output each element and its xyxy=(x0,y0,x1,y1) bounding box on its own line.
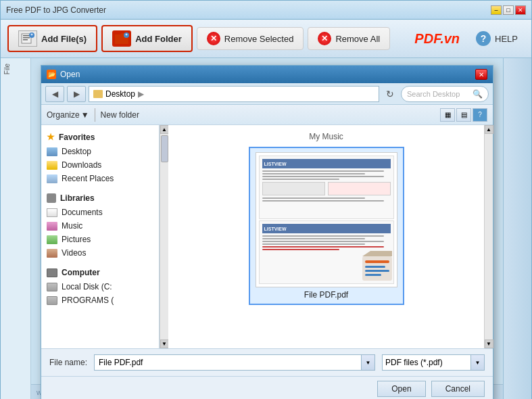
open-button[interactable]: Open xyxy=(377,381,425,397)
address-arrow: ▶ xyxy=(138,89,144,99)
nav-item-programs[interactable]: PROGRAMS ( xyxy=(41,294,159,307)
svg-rect-9 xyxy=(126,34,127,36)
nav-item-desktop[interactable]: Desktop xyxy=(41,145,159,158)
app-window: Free PDF to JPG Converter – □ ✕ Add File… xyxy=(0,0,532,399)
svg-rect-2 xyxy=(23,37,30,39)
nav-item-recent[interactable]: Recent Places xyxy=(41,172,159,185)
svg-rect-11 xyxy=(365,260,389,263)
add-folder-label: Add Folder xyxy=(135,34,182,44)
local-disk-label: Local Disk (C: xyxy=(62,282,112,291)
file-pane[interactable]: My Music LISTVIEW xyxy=(168,125,484,348)
refresh-button[interactable]: ↻ xyxy=(382,86,398,102)
desktop-label: Desktop xyxy=(62,147,91,156)
cancel-button[interactable]: Cancel xyxy=(431,381,485,397)
pdf-page-1: LISTVIEW xyxy=(259,156,394,219)
nav-scrollbar[interactable]: ▲ ▼ xyxy=(160,125,168,348)
filetype-select[interactable]: PDF files (*.pdf) xyxy=(382,354,471,371)
music-label: Music xyxy=(62,221,82,231)
new-folder-button[interactable]: New folder xyxy=(101,110,139,120)
view-details-button[interactable]: ▤ xyxy=(456,108,471,122)
address-path: Desktop xyxy=(105,89,135,99)
add-files-button[interactable]: Add File(s) xyxy=(7,25,97,52)
filetype-group: PDF files (*.pdf) ▼ xyxy=(382,354,485,371)
toolbar: Add File(s) Add Folder ✕ Remove Selected… xyxy=(1,20,531,58)
open-dialog: 📂 Open ✕ ◀ ▶ Desktop ▶ ↻ xyxy=(41,65,493,399)
search-box[interactable]: Search Desktop 🔍 xyxy=(401,86,489,102)
dialog-titlebar: 📂 Open ✕ xyxy=(41,66,493,83)
file-scroll-up[interactable]: ▲ xyxy=(485,125,493,134)
search-icon: 🔍 xyxy=(473,89,483,99)
minimize-button[interactable]: – xyxy=(491,5,502,15)
filetype-label: PDF files (*.pdf) xyxy=(385,358,443,367)
organize-button[interactable]: Organize ▼ xyxy=(47,110,89,120)
filename-label: File name: xyxy=(49,358,87,367)
nav-scroll-thumb[interactable] xyxy=(161,135,168,162)
nav-item-music[interactable]: Music xyxy=(41,219,159,233)
maximize-button[interactable]: □ xyxy=(503,5,514,15)
folder-icon xyxy=(93,90,103,98)
address-input[interactable]: Desktop ▶ xyxy=(89,86,379,102)
downloads-label: Downloads xyxy=(62,160,101,170)
back-button[interactable]: ◀ xyxy=(45,86,64,102)
svg-rect-3 xyxy=(23,39,28,41)
add-files-label: Add File(s) xyxy=(41,34,87,44)
libraries-label: Libraries xyxy=(60,193,95,203)
svg-rect-14 xyxy=(365,274,381,276)
dialog-title-icon: 📂 xyxy=(47,70,56,79)
file-scroll-down[interactable]: ▼ xyxy=(485,339,493,348)
computer-icon xyxy=(47,268,57,277)
add-folder-button[interactable]: Add Folder xyxy=(101,25,193,52)
programs-label: PROGRAMS ( xyxy=(62,296,114,305)
computer-label: Computer xyxy=(62,268,100,277)
svg-rect-6 xyxy=(32,34,32,36)
nav-item-local-disk[interactable]: Local Disk (C: xyxy=(41,280,159,294)
filename-dropdown[interactable]: ▼ xyxy=(362,354,375,371)
search-placeholder: Search Desktop xyxy=(407,90,460,98)
local-disk-icon xyxy=(47,283,57,291)
main-content: File 📂 Open ✕ ◀ ▶ xyxy=(1,58,531,399)
nav-scroll-down[interactable]: ▼ xyxy=(160,339,169,348)
left-panel: File xyxy=(1,58,31,399)
file-item-pdf[interactable]: LISTVIEW xyxy=(249,147,404,305)
filename-input[interactable] xyxy=(94,354,362,371)
desktop-icon xyxy=(47,147,57,156)
recent-label: Recent Places xyxy=(62,174,114,183)
close-button[interactable]: ✕ xyxy=(515,5,526,15)
forward-button[interactable]: ▶ xyxy=(67,86,86,102)
nav-scroll-up[interactable]: ▲ xyxy=(160,125,169,134)
right-panel xyxy=(503,58,531,399)
help-button[interactable]: ? HELP xyxy=(469,28,525,49)
dialog-toolbar: Organize ▼ New folder ▦ ▤ ? xyxy=(41,105,493,125)
remove-selected-label: Remove Selected xyxy=(224,34,294,44)
file-group-label: My Music xyxy=(172,129,480,144)
file-scrollbar[interactable]: ▲ ▼ xyxy=(484,125,493,348)
svg-rect-10 xyxy=(362,256,392,281)
programs-icon xyxy=(47,296,57,305)
dialog-close-button[interactable]: ✕ xyxy=(475,69,487,80)
dialog-body: ★ Favorites Desktop Downloads xyxy=(41,125,493,348)
downloads-icon xyxy=(47,161,57,170)
title-bar-controls: – □ ✕ xyxy=(491,5,526,15)
add-files-icon xyxy=(18,30,37,47)
remove-selected-icon: ✕ xyxy=(207,32,220,45)
favorites-star-icon: ★ xyxy=(47,132,55,142)
nav-item-pictures[interactable]: Pictures xyxy=(41,233,159,246)
svg-rect-1 xyxy=(23,35,30,37)
remove-all-button[interactable]: ✕ Remove All xyxy=(308,27,390,50)
center-area: 📂 Open ✕ ◀ ▶ Desktop ▶ ↻ xyxy=(31,58,503,399)
videos-icon xyxy=(47,249,57,258)
view-list-button[interactable]: ▦ xyxy=(440,108,455,122)
nav-item-documents[interactable]: Documents xyxy=(41,206,159,219)
help-icon: ? xyxy=(476,31,491,46)
nav-item-downloads[interactable]: Downloads xyxy=(41,158,159,172)
svg-rect-12 xyxy=(365,266,385,268)
pdf-vn-logo: PDF.vn xyxy=(414,31,462,47)
dialog-bottom: File name: ▼ PDF files (*.pdf) ▼ xyxy=(41,348,493,376)
remove-selected-button[interactable]: ✕ Remove Selected xyxy=(197,27,304,50)
pdf-preview: LISTVIEW xyxy=(256,152,397,287)
pictures-icon xyxy=(47,235,57,244)
nav-item-videos[interactable]: Videos xyxy=(41,246,159,260)
filetype-dropdown[interactable]: ▼ xyxy=(471,354,485,371)
favorites-label: Favorites xyxy=(59,133,95,142)
help-dialog-button[interactable]: ? xyxy=(473,108,487,122)
